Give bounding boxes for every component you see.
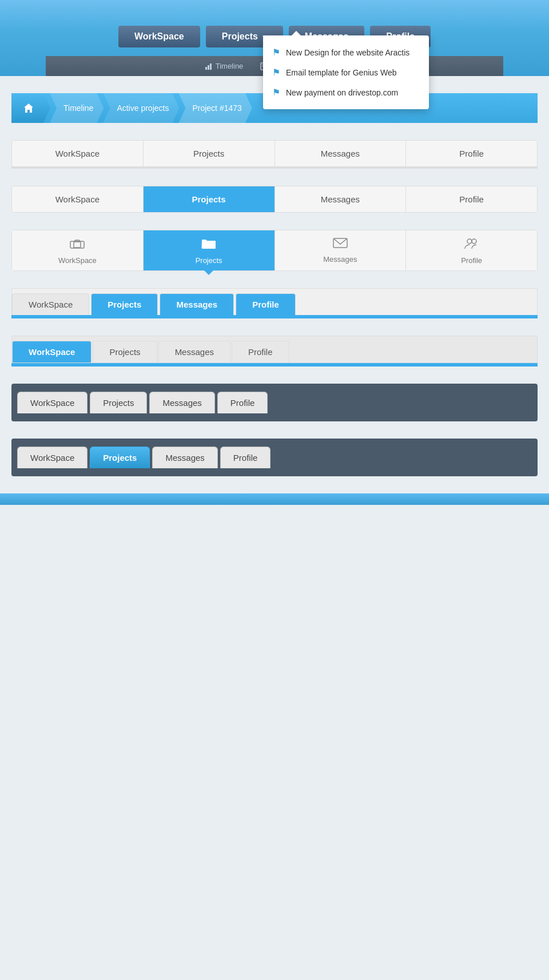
nav7-projects-tab[interactable]: Projects <box>90 392 147 413</box>
nav2-tabs: WorkSpace Projects Messages Profile <box>11 140 538 167</box>
flag-icon-1: ⚑ <box>272 47 280 58</box>
nav4-workspace-label: WorkSpace <box>58 256 97 265</box>
nav4-profile-label: Profile <box>461 256 482 265</box>
nav4-workspace-tab[interactable]: WorkSpace <box>12 230 144 270</box>
timeline-link[interactable]: Timeline <box>205 62 244 70</box>
nav2-messages-tab[interactable]: Messages <box>275 141 407 166</box>
svg-rect-0 <box>205 67 207 70</box>
nav4-profile-tab[interactable]: Profile <box>406 230 537 270</box>
nav8-messages-tab[interactable]: Messages <box>152 447 217 468</box>
nav8-workspace-tab[interactable]: WorkSpace <box>17 447 87 468</box>
nav5-section: WorkSpace Projects Messages Profile <box>11 288 538 318</box>
dropdown-item-2[interactable]: ⚑ Email template for Genius Web <box>263 62 429 82</box>
nav4-projects-label: Projects <box>196 256 222 265</box>
svg-point-10 <box>472 239 476 244</box>
svg-rect-1 <box>208 65 209 70</box>
breadcrumb-home[interactable] <box>11 93 50 123</box>
projects-dropdown: ⚑ New Design for the website Aractis ⚑ E… <box>263 35 429 109</box>
nav3-profile-tab[interactable]: Profile <box>406 186 537 212</box>
svg-rect-6 <box>74 242 81 248</box>
envelope-icon <box>333 237 348 252</box>
nav5-messages-tab[interactable]: Messages <box>160 293 234 315</box>
nav5-workspace-tab[interactable]: WorkSpace <box>12 293 89 315</box>
flag-icon-2: ⚑ <box>272 67 280 78</box>
nav4-messages-label: Messages <box>323 255 357 264</box>
nav8-tabs: WorkSpace Projects Messages Profile <box>11 439 538 476</box>
dropdown-item-1[interactable]: ⚑ New Design for the website Aractis <box>263 42 429 62</box>
nav2-workspace-tab[interactable]: WorkSpace <box>12 141 144 166</box>
svg-point-9 <box>467 239 472 244</box>
nav3-projects-tab[interactable]: Projects <box>144 186 275 212</box>
nav7-workspace-tab[interactable]: WorkSpace <box>17 392 87 413</box>
nav7-tabs: WorkSpace Projects Messages Profile <box>11 384 538 421</box>
nav8-profile-tab[interactable]: Profile <box>220 447 271 468</box>
nav7-messages-tab[interactable]: Messages <box>149 392 214 413</box>
nav5-profile-tab[interactable]: Profile <box>236 293 296 315</box>
dropdown-item-3[interactable]: ⚑ New payment on drivestop.com <box>263 82 429 102</box>
nav1-bar: WorkSpace Projects ▼ Messages Profile ⚑ … <box>46 17 503 56</box>
nav4-messages-tab[interactable]: Messages <box>275 230 407 270</box>
nav6-section: WorkSpace Projects Messages Profile <box>11 336 538 366</box>
nav6-workspace-tab[interactable]: WorkSpace <box>12 341 92 362</box>
nav2-section: WorkSpace Projects Messages Profile <box>11 140 538 169</box>
nav7-profile-tab[interactable]: Profile <box>217 392 268 413</box>
breadcrumb-active-projects[interactable]: Active projects <box>103 93 179 123</box>
nav6-tabs: WorkSpace Projects Messages Profile <box>11 336 538 363</box>
nav8-section: WorkSpace Projects Messages Profile <box>11 439 538 476</box>
nav3-section: WorkSpace Projects Messages Profile <box>11 186 538 213</box>
dropdown-label-2: Email template for Genius Web <box>286 68 397 77</box>
nav2-profile-tab[interactable]: Profile <box>406 141 537 166</box>
nav4-projects-tab[interactable]: Projects <box>144 230 275 270</box>
nav6-bottom-bar <box>11 363 538 366</box>
nav2-separator <box>11 166 538 169</box>
users-icon <box>464 237 480 253</box>
nav3-workspace-tab[interactable]: WorkSpace <box>12 186 144 212</box>
nav6-messages-tab[interactable]: Messages <box>158 341 230 362</box>
dropdown-label-1: New Design for the website Aractis <box>286 48 409 57</box>
nav7-section: WorkSpace Projects Messages Profile <box>11 384 538 421</box>
nav6-profile-tab[interactable]: Profile <box>232 341 289 362</box>
folder-open-icon <box>201 237 217 253</box>
briefcase-icon <box>70 237 85 253</box>
nav1-workspace-btn[interactable]: WorkSpace <box>118 26 200 47</box>
nav5-bottom-bar <box>11 315 538 318</box>
nav5-tabs: WorkSpace Projects Messages Profile <box>11 288 538 316</box>
flag-icon-3: ⚑ <box>272 87 280 98</box>
dropdown-label-3: New payment on drivestop.com <box>286 88 398 97</box>
bottom-blue-bar <box>0 493 549 505</box>
nav4-tabs: WorkSpace Projects Messages Profile <box>11 230 538 271</box>
nav3-tabs: WorkSpace Projects Messages Profile <box>11 186 538 213</box>
breadcrumb-timeline[interactable]: Timeline <box>50 93 104 123</box>
svg-rect-7 <box>70 241 84 248</box>
svg-rect-2 <box>210 63 212 70</box>
nav6-projects-tab[interactable]: Projects <box>93 341 157 362</box>
nav1-section: WorkSpace Projects ▼ Messages Profile ⚑ … <box>0 0 549 76</box>
nav5-projects-tab[interactable]: Projects <box>91 293 158 315</box>
nav8-projects-tab[interactable]: Projects <box>90 447 150 468</box>
nav4-section: WorkSpace Projects Messages Profile <box>11 230 538 271</box>
nav3-messages-tab[interactable]: Messages <box>275 186 407 212</box>
breadcrumb-project-number[interactable]: Project #1473 <box>178 93 252 123</box>
nav2-projects-tab[interactable]: Projects <box>144 141 275 166</box>
